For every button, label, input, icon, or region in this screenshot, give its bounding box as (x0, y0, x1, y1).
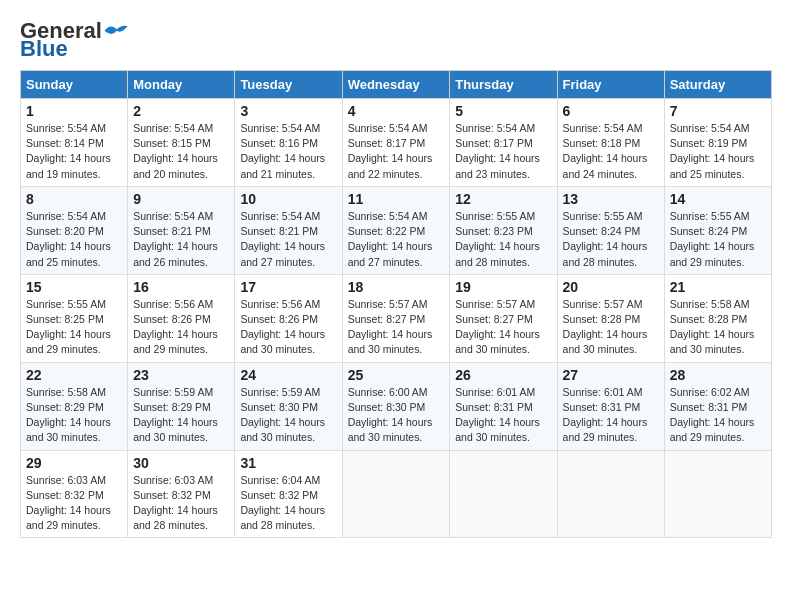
day-number: 18 (348, 279, 445, 295)
calendar-cell: 25 Sunrise: 6:00 AMSunset: 8:30 PMDaylig… (342, 362, 450, 450)
weekday-header-friday: Friday (557, 71, 664, 99)
day-number: 31 (240, 455, 336, 471)
day-info: Sunrise: 5:54 AMSunset: 8:22 PMDaylight:… (348, 210, 433, 268)
day-info: Sunrise: 5:54 AMSunset: 8:14 PMDaylight:… (26, 122, 111, 180)
day-number: 11 (348, 191, 445, 207)
weekday-header-monday: Monday (128, 71, 235, 99)
calendar-header-row: SundayMondayTuesdayWednesdayThursdayFrid… (21, 71, 772, 99)
calendar-cell: 11 Sunrise: 5:54 AMSunset: 8:22 PMDaylig… (342, 186, 450, 274)
calendar-cell: 31 Sunrise: 6:04 AMSunset: 8:32 PMDaylig… (235, 450, 342, 538)
calendar-cell: 10 Sunrise: 5:54 AMSunset: 8:21 PMDaylig… (235, 186, 342, 274)
day-info: Sunrise: 5:54 AMSunset: 8:17 PMDaylight:… (455, 122, 540, 180)
calendar-cell: 27 Sunrise: 6:01 AMSunset: 8:31 PMDaylig… (557, 362, 664, 450)
calendar-cell: 24 Sunrise: 5:59 AMSunset: 8:30 PMDaylig… (235, 362, 342, 450)
day-info: Sunrise: 5:54 AMSunset: 8:18 PMDaylight:… (563, 122, 648, 180)
weekday-header-thursday: Thursday (450, 71, 557, 99)
logo-blue-text: Blue (20, 38, 68, 60)
calendar-cell: 19 Sunrise: 5:57 AMSunset: 8:27 PMDaylig… (450, 274, 557, 362)
day-number: 9 (133, 191, 229, 207)
logo: General Blue (20, 20, 128, 60)
day-number: 16 (133, 279, 229, 295)
calendar-cell: 4 Sunrise: 5:54 AMSunset: 8:17 PMDayligh… (342, 99, 450, 187)
weekday-header-wednesday: Wednesday (342, 71, 450, 99)
day-info: Sunrise: 5:57 AMSunset: 8:27 PMDaylight:… (455, 298, 540, 356)
day-info: Sunrise: 5:59 AMSunset: 8:30 PMDaylight:… (240, 386, 325, 444)
calendar-cell: 12 Sunrise: 5:55 AMSunset: 8:23 PMDaylig… (450, 186, 557, 274)
day-info: Sunrise: 5:58 AMSunset: 8:28 PMDaylight:… (670, 298, 755, 356)
day-number: 27 (563, 367, 659, 383)
day-number: 26 (455, 367, 551, 383)
calendar-cell: 8 Sunrise: 5:54 AMSunset: 8:20 PMDayligh… (21, 186, 128, 274)
calendar-week-1: 1 Sunrise: 5:54 AMSunset: 8:14 PMDayligh… (21, 99, 772, 187)
day-info: Sunrise: 5:55 AMSunset: 8:23 PMDaylight:… (455, 210, 540, 268)
calendar-cell: 3 Sunrise: 5:54 AMSunset: 8:16 PMDayligh… (235, 99, 342, 187)
calendar-cell (342, 450, 450, 538)
calendar-cell: 26 Sunrise: 6:01 AMSunset: 8:31 PMDaylig… (450, 362, 557, 450)
day-number: 15 (26, 279, 122, 295)
day-info: Sunrise: 5:58 AMSunset: 8:29 PMDaylight:… (26, 386, 111, 444)
calendar-cell: 28 Sunrise: 6:02 AMSunset: 8:31 PMDaylig… (664, 362, 771, 450)
day-number: 12 (455, 191, 551, 207)
day-info: Sunrise: 5:54 AMSunset: 8:21 PMDaylight:… (133, 210, 218, 268)
calendar-cell: 16 Sunrise: 5:56 AMSunset: 8:26 PMDaylig… (128, 274, 235, 362)
day-number: 24 (240, 367, 336, 383)
calendar-cell: 13 Sunrise: 5:55 AMSunset: 8:24 PMDaylig… (557, 186, 664, 274)
day-info: Sunrise: 5:57 AMSunset: 8:27 PMDaylight:… (348, 298, 433, 356)
day-number: 29 (26, 455, 122, 471)
day-info: Sunrise: 6:02 AMSunset: 8:31 PMDaylight:… (670, 386, 755, 444)
day-info: Sunrise: 6:00 AMSunset: 8:30 PMDaylight:… (348, 386, 433, 444)
calendar-cell: 23 Sunrise: 5:59 AMSunset: 8:29 PMDaylig… (128, 362, 235, 450)
day-number: 13 (563, 191, 659, 207)
calendar-cell: 22 Sunrise: 5:58 AMSunset: 8:29 PMDaylig… (21, 362, 128, 450)
day-info: Sunrise: 5:55 AMSunset: 8:24 PMDaylight:… (670, 210, 755, 268)
calendar-cell: 1 Sunrise: 5:54 AMSunset: 8:14 PMDayligh… (21, 99, 128, 187)
calendar-cell: 9 Sunrise: 5:54 AMSunset: 8:21 PMDayligh… (128, 186, 235, 274)
calendar-cell: 5 Sunrise: 5:54 AMSunset: 8:17 PMDayligh… (450, 99, 557, 187)
calendar-week-2: 8 Sunrise: 5:54 AMSunset: 8:20 PMDayligh… (21, 186, 772, 274)
calendar-cell (664, 450, 771, 538)
day-number: 10 (240, 191, 336, 207)
calendar-cell: 21 Sunrise: 5:58 AMSunset: 8:28 PMDaylig… (664, 274, 771, 362)
day-number: 1 (26, 103, 122, 119)
calendar-week-5: 29 Sunrise: 6:03 AMSunset: 8:32 PMDaylig… (21, 450, 772, 538)
day-number: 5 (455, 103, 551, 119)
weekday-header-sunday: Sunday (21, 71, 128, 99)
day-info: Sunrise: 6:01 AMSunset: 8:31 PMDaylight:… (455, 386, 540, 444)
calendar-cell: 18 Sunrise: 5:57 AMSunset: 8:27 PMDaylig… (342, 274, 450, 362)
day-info: Sunrise: 5:59 AMSunset: 8:29 PMDaylight:… (133, 386, 218, 444)
calendar-week-4: 22 Sunrise: 5:58 AMSunset: 8:29 PMDaylig… (21, 362, 772, 450)
day-number: 22 (26, 367, 122, 383)
day-info: Sunrise: 5:54 AMSunset: 8:15 PMDaylight:… (133, 122, 218, 180)
day-info: Sunrise: 5:54 AMSunset: 8:20 PMDaylight:… (26, 210, 111, 268)
day-info: Sunrise: 6:01 AMSunset: 8:31 PMDaylight:… (563, 386, 648, 444)
day-info: Sunrise: 6:03 AMSunset: 8:32 PMDaylight:… (133, 474, 218, 532)
calendar-cell: 2 Sunrise: 5:54 AMSunset: 8:15 PMDayligh… (128, 99, 235, 187)
day-number: 17 (240, 279, 336, 295)
weekday-header-saturday: Saturday (664, 71, 771, 99)
day-number: 4 (348, 103, 445, 119)
day-number: 7 (670, 103, 766, 119)
calendar-cell: 7 Sunrise: 5:54 AMSunset: 8:19 PMDayligh… (664, 99, 771, 187)
day-info: Sunrise: 5:54 AMSunset: 8:21 PMDaylight:… (240, 210, 325, 268)
calendar-cell: 20 Sunrise: 5:57 AMSunset: 8:28 PMDaylig… (557, 274, 664, 362)
weekday-header-tuesday: Tuesday (235, 71, 342, 99)
day-info: Sunrise: 5:56 AMSunset: 8:26 PMDaylight:… (133, 298, 218, 356)
day-info: Sunrise: 5:55 AMSunset: 8:25 PMDaylight:… (26, 298, 111, 356)
day-number: 25 (348, 367, 445, 383)
day-number: 21 (670, 279, 766, 295)
calendar-cell (557, 450, 664, 538)
day-number: 19 (455, 279, 551, 295)
calendar-cell: 14 Sunrise: 5:55 AMSunset: 8:24 PMDaylig… (664, 186, 771, 274)
day-info: Sunrise: 5:54 AMSunset: 8:19 PMDaylight:… (670, 122, 755, 180)
calendar-cell (450, 450, 557, 538)
day-number: 23 (133, 367, 229, 383)
calendar-cell: 30 Sunrise: 6:03 AMSunset: 8:32 PMDaylig… (128, 450, 235, 538)
day-number: 3 (240, 103, 336, 119)
calendar-week-3: 15 Sunrise: 5:55 AMSunset: 8:25 PMDaylig… (21, 274, 772, 362)
day-info: Sunrise: 5:54 AMSunset: 8:17 PMDaylight:… (348, 122, 433, 180)
day-info: Sunrise: 5:54 AMSunset: 8:16 PMDaylight:… (240, 122, 325, 180)
day-number: 28 (670, 367, 766, 383)
day-info: Sunrise: 5:56 AMSunset: 8:26 PMDaylight:… (240, 298, 325, 356)
day-number: 2 (133, 103, 229, 119)
day-number: 6 (563, 103, 659, 119)
